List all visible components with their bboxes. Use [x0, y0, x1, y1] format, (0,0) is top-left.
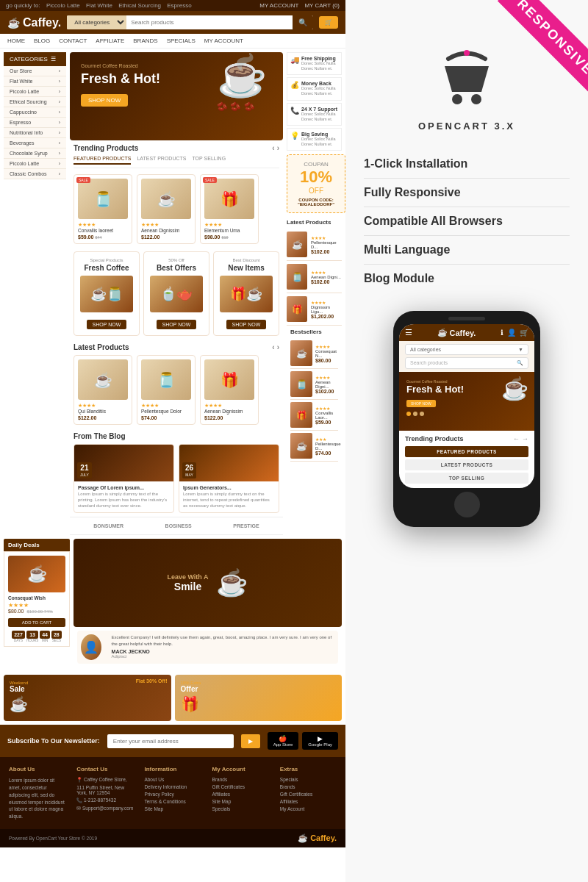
footer-account-3[interactable]: Site Map	[212, 799, 269, 804]
store-badges: 🍎 App Store ▶ Google Play	[268, 732, 338, 750]
footer-info-4[interactable]: Site Map	[144, 806, 201, 811]
sidebar-item-piccolo-2[interactable]: Piccolo Latte ›	[4, 159, 66, 169]
newsletter-submit-button[interactable]: ▶	[241, 734, 260, 748]
footer-account-0[interactable]: Brands	[212, 777, 269, 782]
phone-hero-coffee-cup: ☕	[501, 376, 528, 401]
add-to-cart-button[interactable]: ADD TO CART	[8, 618, 65, 627]
sidebar-item-beverages[interactable]: Beverages ›	[4, 138, 66, 148]
next-arrow-icon[interactable]: ›	[277, 144, 279, 152]
tab-featured[interactable]: FEATURED PRODUCTS	[74, 156, 131, 165]
phone-home-button[interactable]	[454, 492, 480, 517]
phone-search: All categories ▼ Search products 🔍	[399, 341, 534, 372]
nav-contact[interactable]: CONTACT	[59, 37, 87, 44]
sidebar-item-classic[interactable]: Classic Combos ›	[4, 169, 66, 179]
nav-home[interactable]: HOME	[7, 37, 25, 44]
phone-tab-featured[interactable]: FEATURED PRODUCTS	[405, 446, 528, 457]
footer-extras-4[interactable]: My Account	[280, 806, 337, 811]
trending-title: Trending Products ‹ ›	[74, 144, 279, 152]
feature-1: 1-Click Installation	[364, 150, 570, 179]
phone-tab-latest[interactable]: LATEST PRODUCTS	[405, 459, 528, 470]
phone-header: ☰ ☕ Caffey. ℹ 👤 🛒	[399, 324, 534, 341]
product-image-3: 🎁	[204, 179, 254, 219]
blog-post-title-2: Ipsum Generators...	[183, 485, 275, 490]
saving-icon: 💡	[290, 132, 299, 140]
footer-contact-item-2[interactable]: 📞 1-212-8875432	[76, 797, 133, 803]
phone-hero-button[interactable]: SHOP NOW	[406, 400, 436, 407]
special-btn-3[interactable]: SHOP NOW	[226, 320, 267, 329]
special-btn-1[interactable]: SHOP NOW	[87, 320, 127, 329]
newsletter-email-input[interactable]	[107, 734, 234, 748]
tab-latest[interactable]: LATEST PRODUCTS	[137, 156, 186, 165]
bestseller-image-3: 🎁	[290, 402, 312, 428]
footer-account-2[interactable]: Affiliates	[212, 792, 269, 797]
phone-next-icon[interactable]: →	[522, 435, 528, 442]
footer-account-1[interactable]: Gift Certificates	[212, 784, 269, 789]
nav-affiliate[interactable]: AFFILIATE	[96, 37, 124, 44]
sidebar-item-piccolo[interactable]: Piccolo Latte ›	[4, 87, 66, 97]
sidebar-item-cappuccino[interactable]: Cappuccino ›	[4, 107, 66, 118]
phone-category-select[interactable]: All categories ▼	[405, 344, 528, 355]
phone-mockup: ☰ ☕ Caffey. ℹ 👤 🛒 All categories	[393, 311, 540, 527]
product-price-3: $98.00 $19	[204, 234, 254, 240]
footer-contact-item-3[interactable]: ✉ Support@company.com	[76, 806, 133, 811]
footer-info-1[interactable]: Delivery Information	[144, 784, 201, 789]
phone-dot-3[interactable]	[420, 412, 424, 416]
logo[interactable]: ☕ Caffey.	[7, 16, 61, 29]
nav-account[interactable]: MY ACCOUNT	[204, 37, 243, 44]
daily-deals-section: Daily Deals ☕ Consequat Wish ★★★★ $80.00…	[0, 539, 345, 671]
cart-button[interactable]: 🛒	[319, 16, 338, 29]
phone-tab-top-selling[interactable]: TOP SELLING	[405, 473, 528, 484]
hero-shop-button[interactable]: SHOP NOW	[81, 94, 128, 107]
sidebar-arrow-icon: ›	[59, 171, 60, 176]
top-link-2[interactable]: Flat White	[86, 2, 112, 9]
sidebar-item-ethical[interactable]: Ethical Sourcing ›	[4, 97, 66, 107]
footer-extras-2[interactable]: Gift Certificates	[280, 792, 337, 797]
top-link-4[interactable]: Espresso	[167, 2, 191, 9]
tab-top-selling[interactable]: TOP SELLING	[192, 156, 226, 165]
sidebar-item-our-store[interactable]: Our Store ›	[4, 66, 66, 76]
google-play-badge[interactable]: ▶ Google Play	[302, 732, 338, 750]
footer-info-0[interactable]: About Us	[144, 777, 201, 782]
footer-info-2[interactable]: Privacy Policy	[144, 792, 201, 797]
nav-brands[interactable]: BRANDS	[133, 37, 157, 44]
nav-blog[interactable]: BLOG	[34, 37, 50, 44]
latest-prev-icon[interactable]: ‹	[272, 343, 274, 351]
coupon-code: COUPON CODE: "BIGALEODORF"	[293, 198, 339, 207]
bestseller-info-3: ★★★★ Convallis Laor... $59.00	[315, 406, 338, 425]
app-store-badge[interactable]: 🍎 App Store	[268, 732, 299, 750]
search-category-select[interactable]: All categories	[67, 15, 126, 29]
search-button[interactable]: 🔍	[293, 15, 313, 29]
sidebar-item-flat-white[interactable]: Flat White ›	[4, 76, 66, 87]
nav-specials[interactable]: SPECIALS	[167, 37, 196, 44]
sidebar-item-nutritional[interactable]: Nutritional Info ›	[4, 128, 66, 138]
footer-extras-3[interactable]: Affiliates	[280, 799, 337, 804]
top-link-1[interactable]: Piccolo Latte	[46, 2, 80, 9]
blog-title: From The Blog	[74, 432, 279, 440]
cart-link[interactable]: MY CART (0)	[304, 2, 340, 9]
sidebar-item-espresso[interactable]: Espresso ›	[4, 118, 66, 128]
prev-arrow-icon[interactable]: ‹	[272, 144, 274, 152]
special-btn-2[interactable]: SHOP NOW	[157, 320, 197, 329]
footer-contact-item-1: 111 Puffin Street, New York, NY 12954	[76, 785, 133, 795]
special-image-3: 🎁☕	[220, 276, 273, 312]
latest-next-icon[interactable]: ›	[277, 343, 279, 351]
footer-account-4[interactable]: Specials	[212, 806, 269, 811]
blog-date-2: 26 MAY	[182, 462, 196, 478]
info-saving-text: Big Saving Donec Solloc Nulla Donec Null…	[301, 132, 338, 147]
footer-extras-0[interactable]: Specials	[280, 777, 337, 782]
phone-dot-1[interactable]	[406, 412, 411, 416]
special-label-3: Best Discount	[220, 258, 273, 262]
latest-price-3: $122.00	[204, 415, 254, 420]
phone-dot-2[interactable]	[413, 412, 417, 416]
specials-section: Special Products Fresh Coffee ☕🫙 SHOP NO…	[70, 248, 283, 340]
top-link-3[interactable]: Ethical Sourcing	[118, 2, 161, 9]
account-link[interactable]: MY ACCOUNT	[259, 2, 298, 9]
cart-icon-display	[434, 44, 500, 113]
sidebar-item-choc-syrup[interactable]: Chocolate Syrup ›	[4, 148, 66, 159]
search-input[interactable]	[126, 15, 293, 29]
phone-prev-icon[interactable]: ←	[513, 435, 520, 442]
phone-search-input[interactable]: Search products 🔍	[405, 357, 528, 369]
hero-banner-2: Leave With A Smile ☕	[74, 539, 342, 627]
footer-extras-1[interactable]: Brands	[280, 784, 337, 789]
footer-info-3[interactable]: Terms & Conditions	[144, 799, 201, 804]
